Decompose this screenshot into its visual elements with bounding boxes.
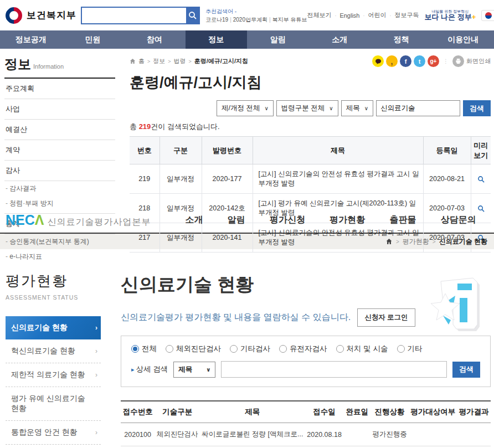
chevron-down-icon: ∨ — [206, 367, 210, 373]
sidebar-item-e-index[interactable]: e-나라지표 — [4, 249, 115, 264]
law-type-select[interactable]: 법령구분 전체∨ — [276, 100, 338, 116]
neca-breadcrumb-current: 신의료기술 현황 — [439, 237, 487, 246]
detail-field-select[interactable]: 제목∨ — [173, 362, 215, 378]
lnb-item-stats[interactable]: 통계 현황› — [6, 445, 101, 448]
nav-item-news[interactable]: 알림 — [247, 30, 309, 49]
neca-nav-about[interactable]: 소개 — [186, 214, 203, 226]
notice-link[interactable]: [고시] 신의료기술의 안전성 유효성 평가결과 고시 일부개정 발령 — [259, 229, 419, 246]
share-buttons: , f t g+ ⋮ 화면인쇄 — [372, 55, 491, 67]
radio-all[interactable]: 전체 — [131, 344, 157, 354]
main-nav: 정보공개 민원 참여 정보 알림 소개 정책 이용안내 — [0, 30, 494, 49]
radio-procedure[interactable]: 처치 및 시술 — [336, 344, 388, 354]
detail-keyword-input[interactable] — [221, 361, 447, 378]
print-button[interactable]: 화면인쇄 — [452, 55, 491, 67]
nav-item-open-info[interactable]: 정보공개 — [0, 30, 62, 49]
preview-magnifier-icon[interactable] — [473, 176, 490, 183]
breadcrumb-home[interactable]: 홈 — [138, 57, 145, 65]
neca-breadcrumb-status[interactable]: 평가현황 — [403, 237, 429, 246]
search-button[interactable] — [186, 8, 199, 23]
status-search-panel: 전체 체외진단검사 기타검사 유전자검사 — [121, 336, 491, 387]
keyword-input[interactable] — [376, 100, 460, 116]
sidebar-item-approved-stats[interactable]: 승인통계(보건복지부 통계) — [4, 234, 115, 249]
neca-logo[interactable]: NECΛ 신의료기술평가사업본부 — [6, 212, 151, 228]
kakao-story-icon[interactable]: , — [386, 55, 398, 67]
utility-link-children[interactable]: 어린이 — [368, 11, 386, 19]
home-icon[interactable] — [385, 238, 393, 245]
neca-nav-contact[interactable]: 상담문의 — [441, 214, 476, 226]
sidebar-item-anticorruption[interactable]: 청렴·부패 방지 — [4, 196, 115, 214]
preview-magnifier-icon[interactable] — [473, 205, 490, 212]
neca-caret-glyph: Λ — [35, 212, 44, 228]
tech-link[interactable]: 싸이로글로불린 정량 [액체크로... — [202, 430, 303, 438]
googleplus-icon[interactable]: g+ — [428, 55, 439, 67]
nav-item-guide[interactable]: 이용안내 — [433, 30, 494, 49]
top-search-input[interactable] — [82, 8, 186, 23]
recommend-term[interactable]: 복지부 유튜브 — [272, 17, 307, 23]
lnb-item-integrated[interactable]: 통합운영 안건 현황› — [6, 421, 101, 445]
sidebar-item-audit[interactable]: 감사 — [4, 161, 115, 181]
nav-item-civil[interactable]: 민원 — [62, 30, 124, 49]
sidebar-item-budget[interactable]: 예결산 — [4, 120, 115, 140]
neca-nav-status[interactable]: 평가현황 — [330, 214, 365, 226]
radio-other-test[interactable]: 기타검사 — [230, 344, 270, 354]
utility-link-subscribe[interactable]: 정보구독 — [394, 11, 419, 19]
recommend-term[interactable]: 코로나19 — [205, 17, 228, 23]
breadcrumb-law[interactable]: 법령 — [174, 57, 186, 65]
national-symbol-link[interactable]: 국가상징알아보기 — [481, 8, 494, 22]
breadcrumb-info[interactable]: 정보 — [153, 57, 165, 65]
neca-page-subtitle: 신의료기술평가 평가현황 및 내용을 열람하실 수 있습니다. — [121, 312, 351, 323]
chevron-right-icon: › — [95, 371, 97, 379]
utility-link-all[interactable]: 전체보기 — [307, 11, 331, 19]
facebook-icon[interactable]: f — [400, 55, 411, 67]
mohw-content: 정보Information 주요계획 사업 예결산 계약 감사 감사결과 청렴·… — [0, 49, 494, 208]
radio-selected-icon — [131, 345, 139, 353]
category-radio-group: 전체 체외진단검사 기타검사 유전자검사 — [131, 344, 480, 354]
radio-icon — [279, 345, 287, 353]
status-search-button[interactable]: 검색 — [452, 362, 480, 378]
radio-gene-test[interactable]: 유전자검사 — [279, 344, 327, 354]
mohw-logo-text: 보건복지부 — [27, 9, 76, 22]
sidebar-item-audit-result[interactable]: 감사결과 — [4, 181, 115, 196]
field-select[interactable]: 제목∨ — [341, 100, 373, 116]
lnb-item-deferred[interactable]: 평가 유예 신의료기술 현황 — [6, 387, 101, 421]
sidebar-item-business[interactable]: 사업 — [4, 99, 115, 120]
col-receipt-date: 접수일 — [305, 401, 343, 423]
sidebar-title: 정보Information — [4, 55, 115, 79]
radio-invitro[interactable]: 체외진단검사 — [166, 344, 221, 354]
lnb-item-new-tech[interactable]: 신의료기술 현황› — [6, 316, 101, 339]
revision-select[interactable]: 제/개정 전체∨ — [217, 100, 274, 116]
neca-nav-apply[interactable]: 평가신청 — [270, 214, 305, 226]
utility-link-english[interactable]: English — [339, 12, 359, 19]
nav-item-participation[interactable]: 참여 — [124, 30, 186, 49]
radio-etc[interactable]: 기타 — [397, 344, 423, 354]
neca-nav-news[interactable]: 알림 — [228, 214, 245, 226]
notice-link[interactable]: [고시] 신의료기술의 안전성 유효성 평가결과 고시 일부개정 발령 — [259, 170, 419, 187]
law-search-button[interactable]: 검색 — [463, 100, 491, 116]
col-type: 구분 — [159, 137, 202, 164]
mohw-logo[interactable]: 보건복지부 — [6, 7, 76, 24]
nav-item-info[interactable]: 정보 — [186, 30, 248, 49]
breadcrumb-current: 훈령/예규/고시/지침 — [194, 57, 248, 65]
result-count: 총 219건이 검색되었습니다. — [130, 122, 491, 132]
col-title: 제목 — [200, 401, 305, 423]
neca-nav-publications[interactable]: 출판물 — [390, 214, 416, 226]
nav-item-about[interactable]: 소개 — [309, 30, 371, 49]
lnb-item-innovative[interactable]: 혁신의료기술 현황› — [6, 339, 101, 363]
tech-3d-icon — [426, 271, 488, 337]
lnb-subtitle: ASSESSMENT STATUS — [6, 294, 105, 301]
lnb-item-limited[interactable]: 제한적 의료기술 현황› — [6, 363, 101, 387]
nav-item-policy[interactable]: 정책 — [371, 30, 433, 49]
better-government-badge[interactable]: 내일을 위한 정부혁신 보다 나은 정부+ — [424, 9, 476, 22]
recommend-term[interactable]: 2020업무계획 — [233, 17, 267, 23]
recommended-keywords: 추천검색어 - 코로나19|2020업무계획|복지부 유튜브 — [205, 7, 307, 24]
chevron-right-icon: › — [95, 324, 97, 332]
home-icon[interactable] — [130, 58, 136, 64]
korea-flag-icon — [481, 10, 494, 21]
print-label: 화면인쇄 — [466, 57, 491, 65]
applicant-login-button[interactable]: 신청자 로그인 — [357, 308, 415, 327]
twitter-icon[interactable]: t — [414, 55, 425, 67]
radio-icon — [166, 345, 173, 353]
sidebar-item-contract[interactable]: 계약 — [4, 140, 115, 161]
sidebar-item-plans[interactable]: 주요계획 — [4, 79, 115, 99]
kakao-talk-icon[interactable] — [372, 55, 384, 67]
